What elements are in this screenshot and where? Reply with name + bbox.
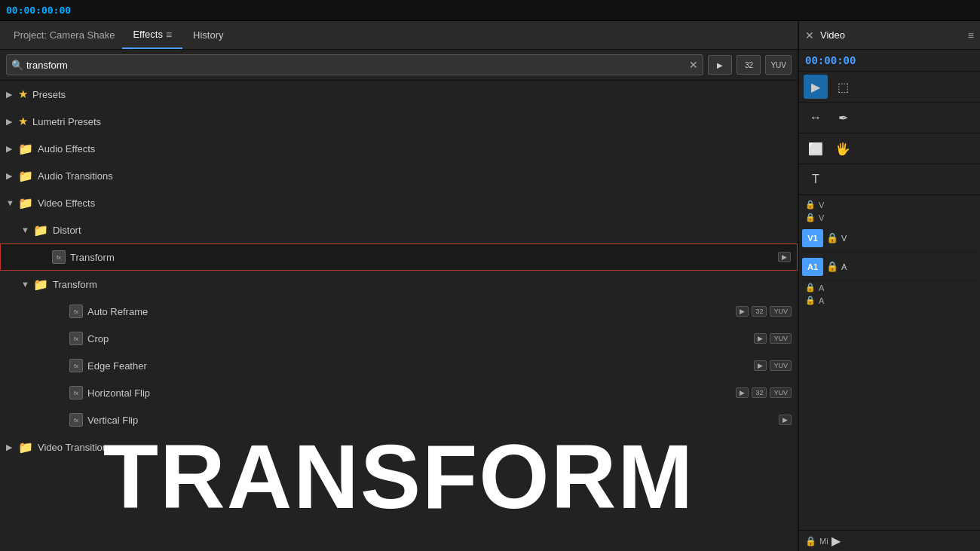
tree-item-vertical-flip[interactable]: fx Vertical Flip ▶ xyxy=(0,406,798,433)
label-video-transitions: Video Transitions xyxy=(38,442,792,453)
track-a1-button[interactable]: A1 xyxy=(802,258,823,276)
label-edge-feather: Edge Feather xyxy=(87,360,754,372)
label-transform-folder: Transform xyxy=(53,279,792,290)
folder-icon-distort: 📁 xyxy=(33,223,48,237)
tools-row-2: ↔ ✒ xyxy=(799,103,980,133)
tree-area: ▶ ★ Presets ▶ ★ Lumetri Presets ▶ 📁 Audi… xyxy=(0,81,798,551)
tools-row-3: ⬜ 🖐 xyxy=(799,133,980,164)
chevron-transform-folder: ▼ xyxy=(21,280,30,289)
label-horizontal-flip: Horizontal Flip xyxy=(87,387,736,399)
track-area: 🔒 V 🔒 V V1 🔒 V A1 🔒 A xyxy=(799,195,980,530)
tree-item-audio-transitions[interactable]: ▶ 📁 Audio Transitions xyxy=(0,162,798,189)
razor-tool-button[interactable]: ✒ xyxy=(831,106,855,130)
timecode-bar: 00:00:00:00 xyxy=(0,0,980,21)
tree-item-auto-reframe[interactable]: fx Auto Reframe ▶ 32 YUV xyxy=(0,298,798,325)
edge-feather-badges: ▶ YUV xyxy=(754,360,792,371)
badge-crop-accel: ▶ xyxy=(754,333,767,344)
selection-tool-button[interactable]: ▶ xyxy=(804,75,828,99)
label-audio-transitions: Audio Transitions xyxy=(38,170,792,182)
tools-row-4: T xyxy=(799,164,980,195)
label-distort: Distort xyxy=(53,225,792,236)
ripple-edit-tool-button[interactable]: ↔ xyxy=(804,106,828,130)
label-transform-effect: Transform xyxy=(70,252,778,263)
horizontal-flip-badges: ▶ 32 YUV xyxy=(736,387,792,398)
track-v2-name: V xyxy=(819,213,824,222)
track-v1-name: V xyxy=(841,234,977,243)
badge-crop-yuv: YUV xyxy=(770,333,792,344)
tree-item-crop[interactable]: fx Crop ▶ YUV xyxy=(0,325,798,352)
type-tool-button[interactable]: T xyxy=(804,167,828,191)
tree-item-transform-folder[interactable]: ▼ 📁 Transform xyxy=(0,271,798,298)
badge-ef-yuv: YUV xyxy=(770,360,792,371)
tree-item-edge-feather[interactable]: fx Edge Feather ▶ YUV xyxy=(0,352,798,379)
accelerated-effects-button[interactable]: ▶ xyxy=(708,55,732,75)
label-lumetri-presets: Lumetri Presets xyxy=(32,116,792,127)
search-clear-button[interactable]: ✕ xyxy=(689,59,698,71)
label-vertical-flip: Vertical Flip xyxy=(87,415,779,426)
effect-icon-horizontal-flip: fx xyxy=(69,386,83,399)
tree-item-horizontal-flip[interactable]: fx Horizontal Flip ▶ 32 YUV xyxy=(0,379,798,406)
badge-hf-32: 32 xyxy=(752,387,767,398)
chevron-audio-effects: ▶ xyxy=(6,144,15,154)
tree-item-lumetri-presets[interactable]: ▶ ★ Lumetri Presets xyxy=(0,108,798,135)
effect-icon-transform: fx xyxy=(52,250,66,264)
crop-badges: ▶ YUV xyxy=(754,333,792,344)
tree-item-video-effects[interactable]: ▼ 📁 Video Effects xyxy=(0,189,798,216)
lock-row-v: 🔒 V xyxy=(802,198,977,211)
mini-play-button[interactable]: ▶ xyxy=(831,534,841,548)
tab-history[interactable]: History xyxy=(182,21,234,49)
track-row-v1: V1 🔒 V xyxy=(802,224,977,253)
vertical-flip-badges: ▶ xyxy=(779,415,792,425)
track-a1-lock-icon[interactable]: 🔒 xyxy=(826,261,838,272)
label-crop: Crop xyxy=(87,333,754,344)
effect-icon-crop: fx xyxy=(69,332,83,345)
badge-accel: ▶ xyxy=(778,252,791,262)
search-icon: 🔍 xyxy=(11,60,23,71)
track-row-a1: A1 🔒 A xyxy=(802,253,977,281)
project-label: Project: Camera Shake xyxy=(6,25,122,45)
track-v1-button[interactable]: V1 xyxy=(802,229,823,247)
yuv-button[interactable]: YUV xyxy=(765,55,792,75)
right-panel-close-button[interactable]: ✕ xyxy=(805,29,814,41)
tree-item-presets[interactable]: ▶ ★ Presets xyxy=(0,81,798,108)
chevron-video-transitions: ▶ xyxy=(6,442,15,452)
effects-menu-icon[interactable]: ≡ xyxy=(166,29,172,41)
slip-tool-button[interactable]: ⬜ xyxy=(804,136,828,161)
chevron-lumetri: ▶ xyxy=(6,117,15,127)
tree-item-audio-effects[interactable]: ▶ 📁 Audio Effects xyxy=(0,135,798,162)
main-area: Project: Camera Shake Effects ≡ History … xyxy=(0,21,980,551)
badge-ar-32: 32 xyxy=(752,306,767,317)
label-audio-effects: Audio Effects xyxy=(38,143,792,155)
folder-icon-audio-effects: 📁 xyxy=(18,142,33,156)
chevron-audio-transitions: ▶ xyxy=(6,171,15,181)
badge-ar-accel: ▶ xyxy=(736,306,749,317)
lock-row-extra2: 🔒 A xyxy=(802,294,977,307)
chevron-video-effects: ▼ xyxy=(6,198,15,207)
effect-icon-vertical-flip: fx xyxy=(69,413,83,427)
track-select-tool-button[interactable]: ⬚ xyxy=(831,75,855,99)
hand-tool-button[interactable]: 🖐 xyxy=(831,136,855,161)
label-auto-reframe: Auto Reframe xyxy=(87,306,736,317)
track-v1-lock-icon[interactable]: 🔒 xyxy=(826,232,838,243)
search-input[interactable] xyxy=(26,60,689,71)
label-video-effects: Video Effects xyxy=(38,197,792,209)
badge-ar-yuv: YUV xyxy=(770,306,792,317)
right-panel-header: ✕ Video ≡ xyxy=(799,21,980,50)
tab-effects[interactable]: Effects ≡ xyxy=(122,21,182,49)
right-panel-menu-button[interactable]: ≡ xyxy=(968,29,974,41)
folder-icon-audio-transitions: 📁 xyxy=(18,169,33,183)
lock-row-v2: 🔒 V xyxy=(802,211,977,224)
chevron-distort: ▼ xyxy=(21,225,30,234)
mini-lock-icon: 🔒 xyxy=(805,536,816,546)
mini-label-text: Mi xyxy=(819,537,828,546)
folder-icon-transform: 📁 xyxy=(33,277,48,292)
search-bar: 🔍 ✕ ▶ 32 YUV xyxy=(0,50,798,81)
tree-item-distort[interactable]: ▼ 📁 Distort xyxy=(0,216,798,243)
chevron-presets: ▶ xyxy=(6,90,15,99)
lock-row-extra1: 🔒 A xyxy=(802,281,977,294)
32bit-button[interactable]: 32 xyxy=(737,55,761,75)
right-timecode: 00:00:00 xyxy=(799,50,980,72)
tree-item-transform-effect[interactable]: fx Transform ▶ xyxy=(0,243,798,271)
right-panel-title: Video xyxy=(820,29,968,41)
tree-item-video-transitions[interactable]: ▶ 📁 Video Transitions xyxy=(0,433,798,461)
